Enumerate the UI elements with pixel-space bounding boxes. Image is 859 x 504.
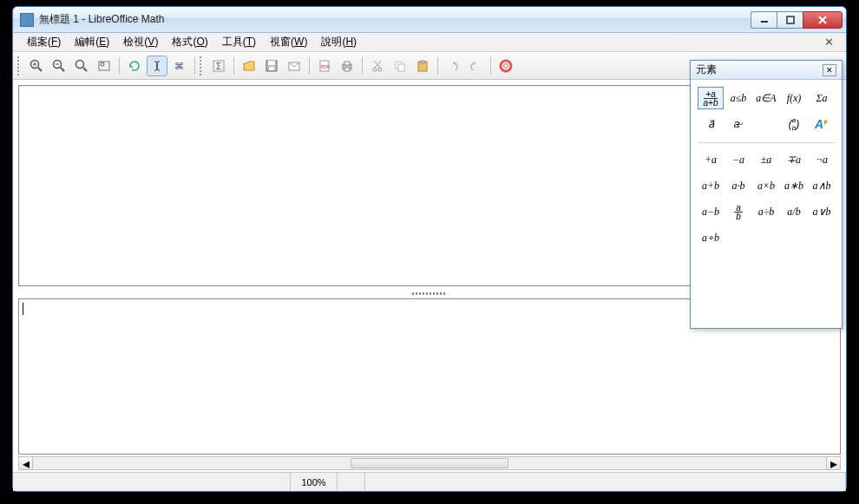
svg-text:⌘: ⌘ bbox=[174, 61, 184, 71]
open-icon[interactable] bbox=[239, 56, 259, 76]
help-icon[interactable] bbox=[495, 56, 516, 76]
op-neg-a[interactable]: ¬a bbox=[809, 148, 835, 171]
svg-line-5 bbox=[38, 68, 42, 71]
op-a-ast-b[interactable]: a∗b bbox=[781, 174, 807, 197]
svg-point-33 bbox=[378, 68, 382, 71]
scroll-track[interactable] bbox=[33, 457, 826, 469]
svg-point-41 bbox=[504, 63, 508, 68]
elements-category-grid: +aa+b a≤b a∈A f(x) Σa a⃗ a␣ (ab) A bbox=[694, 85, 838, 137]
op-a-minus-b[interactable]: a−b bbox=[698, 200, 724, 223]
status-cell-4 bbox=[365, 473, 846, 491]
scroll-thumb[interactable] bbox=[351, 458, 509, 468]
status-cell-3 bbox=[338, 473, 365, 491]
maximize-button[interactable] bbox=[777, 11, 803, 29]
op-a-over-b[interactable]: ab bbox=[725, 200, 751, 223]
svg-rect-25 bbox=[269, 67, 274, 70]
horizontal-scrollbar[interactable]: ◂ ▸ bbox=[18, 456, 841, 470]
redo-icon[interactable] bbox=[465, 56, 486, 76]
op-a-div-b[interactable]: a÷b bbox=[753, 200, 779, 223]
function-icon[interactable]: Σ bbox=[208, 56, 229, 76]
cut-icon[interactable] bbox=[367, 56, 388, 76]
undo-icon[interactable] bbox=[443, 56, 463, 76]
formula-cursor-icon[interactable]: ⌘ bbox=[169, 56, 190, 76]
menu-window[interactable]: 視窗(W) bbox=[263, 33, 314, 51]
svg-rect-39 bbox=[421, 61, 424, 63]
elements-panel[interactable]: 元素 ✕ +aa+b a≤b a∈A f(x) Σa a⃗ a␣ (ab) A … bbox=[690, 60, 843, 329]
brackets-icon[interactable]: (ab) bbox=[781, 113, 807, 135]
svg-point-14 bbox=[101, 62, 104, 66]
menu-file[interactable]: 檔案(F) bbox=[20, 33, 68, 51]
toolbar-grip[interactable] bbox=[17, 56, 23, 75]
others-icon[interactable]: a␣ bbox=[725, 113, 751, 135]
svg-rect-24 bbox=[268, 61, 275, 65]
functions-icon[interactable]: f(x) bbox=[781, 87, 807, 109]
mail-icon[interactable] bbox=[284, 56, 305, 76]
op-minusplus-a[interactable]: ∓a bbox=[781, 148, 807, 171]
svg-text:Σ: Σ bbox=[216, 62, 221, 71]
svg-line-12 bbox=[83, 68, 87, 71]
save-icon[interactable] bbox=[261, 56, 282, 76]
scroll-right-icon[interactable]: ▸ bbox=[826, 457, 840, 469]
empty-cell bbox=[753, 113, 779, 135]
zoom-fit-icon[interactable] bbox=[94, 56, 115, 76]
elements-panel-title: 元素 bbox=[696, 62, 717, 77]
text-cursor bbox=[23, 303, 23, 315]
app-icon bbox=[20, 13, 34, 27]
svg-rect-31 bbox=[344, 68, 350, 71]
op-minus-a[interactable]: −a bbox=[725, 148, 751, 171]
operators-icon[interactable]: Σa bbox=[809, 87, 835, 109]
zoom-level[interactable]: 100% bbox=[291, 473, 338, 491]
op-a-and-b[interactable]: a∧b bbox=[809, 174, 835, 197]
set-ops-icon[interactable]: a∈A bbox=[753, 87, 779, 109]
copy-icon[interactable] bbox=[390, 56, 410, 76]
window-title: 無標題 1 - LibreOffice Math bbox=[39, 12, 751, 27]
op-plusminus-a[interactable]: ±a bbox=[753, 148, 779, 171]
refresh-icon[interactable] bbox=[124, 56, 145, 76]
svg-line-9 bbox=[61, 68, 64, 71]
elements-panel-close-icon[interactable]: ✕ bbox=[823, 64, 836, 76]
menubar: 檔案(F) 編輯(E) 檢視(V) 格式(O) 工具(T) 視窗(W) 說明(H… bbox=[13, 33, 846, 52]
titlebar[interactable]: 無標題 1 - LibreOffice Math bbox=[13, 7, 846, 33]
zoom-in-icon[interactable] bbox=[26, 56, 47, 76]
unary-binary-icon[interactable]: +aa+b bbox=[698, 87, 724, 109]
toolbar-grip-2[interactable] bbox=[200, 56, 205, 75]
svg-text:A: A bbox=[814, 117, 823, 131]
svg-rect-37 bbox=[398, 64, 404, 71]
main-window: 無標題 1 - LibreOffice Math 檔案(F) 編輯(E) 檢視(… bbox=[12, 6, 847, 492]
cursor-icon[interactable] bbox=[147, 56, 167, 76]
paste-icon[interactable] bbox=[412, 56, 433, 76]
status-cell-1 bbox=[13, 473, 291, 491]
elements-item-grid: +a −a ±a ∓a ¬a a+b a·b a×b a∗b a∧b a−b a… bbox=[694, 147, 838, 251]
svg-line-34 bbox=[375, 61, 381, 68]
svg-text:PDF: PDF bbox=[321, 64, 330, 69]
menu-format[interactable]: 格式(O) bbox=[165, 33, 214, 51]
print-icon[interactable] bbox=[337, 56, 357, 76]
op-a-plus-b[interactable]: a+b bbox=[698, 174, 724, 197]
menu-help[interactable]: 說明(H) bbox=[314, 33, 364, 51]
close-document-button[interactable]: ✕ bbox=[819, 34, 839, 50]
op-a-times-b[interactable]: a×b bbox=[753, 174, 779, 197]
minimize-button[interactable] bbox=[751, 11, 777, 29]
elements-panel-titlebar[interactable]: 元素 ✕ bbox=[691, 61, 842, 80]
op-a-slash-b[interactable]: a/b bbox=[781, 200, 807, 223]
op-plus-a[interactable]: +a bbox=[698, 148, 724, 171]
zoom-out-icon[interactable] bbox=[49, 56, 69, 76]
svg-point-32 bbox=[373, 68, 377, 71]
svg-line-35 bbox=[374, 61, 380, 68]
attributes-icon[interactable]: a⃗ bbox=[698, 113, 724, 135]
statusbar: 100% bbox=[13, 472, 846, 491]
menu-edit[interactable]: 編輯(E) bbox=[68, 33, 116, 51]
op-a-or-b[interactable]: a∨b bbox=[809, 200, 835, 223]
formats-icon[interactable]: A bbox=[809, 113, 835, 135]
op-a-cdot-b[interactable]: a·b bbox=[725, 174, 751, 197]
relations-icon[interactable]: a≤b bbox=[725, 87, 751, 109]
menu-view[interactable]: 檢視(V) bbox=[116, 33, 165, 51]
op-a-circ-b[interactable]: a∘b bbox=[698, 226, 724, 249]
menu-tools[interactable]: 工具(T) bbox=[215, 33, 263, 51]
zoom-100-icon[interactable] bbox=[71, 56, 92, 76]
svg-rect-30 bbox=[344, 62, 350, 65]
scroll-left-icon[interactable]: ◂ bbox=[19, 457, 33, 469]
close-button[interactable] bbox=[803, 11, 843, 29]
svg-point-11 bbox=[76, 60, 84, 68]
pdf-icon[interactable]: PDF bbox=[314, 56, 335, 76]
